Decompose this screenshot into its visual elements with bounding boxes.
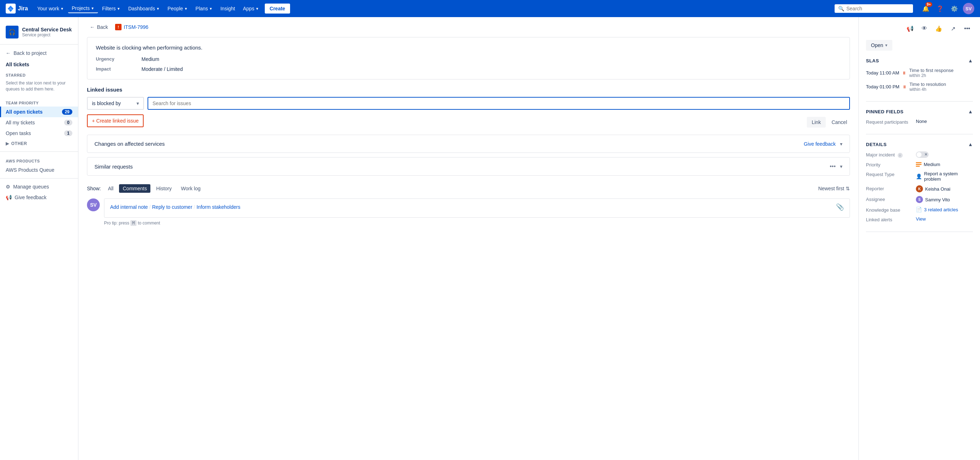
nav-people[interactable]: People▼ xyxy=(164,4,191,13)
give-feedback-sidebar-link[interactable]: 📢 Give feedback xyxy=(0,192,78,203)
nav-menu: Your work▼ Projects▼ Filters▼ Dashboards… xyxy=(33,3,290,14)
linked-alerts-view-link[interactable]: View xyxy=(916,216,926,221)
nav-filters[interactable]: Filters▼ xyxy=(99,4,124,13)
linked-issues-controls: is blocked by ▾ xyxy=(87,97,850,110)
user-avatar[interactable]: SV xyxy=(963,3,974,14)
filter-worklog[interactable]: Work log xyxy=(177,184,204,193)
slas-collapse-icon[interactable]: ▲ xyxy=(968,58,973,64)
sidebar-item-aws-queue[interactable]: AWS Products Queue xyxy=(0,165,78,175)
main-content: ← Back ! ITSM-7996 Website is clocking w… xyxy=(78,17,980,460)
create-linked-issue-button[interactable]: + Create linked issue xyxy=(87,115,144,127)
app-layout: 🎧 Central Service Desk Service project ←… xyxy=(0,17,980,460)
link-button[interactable]: Link xyxy=(807,117,826,127)
knowledge-base-field: Knowledge base 📄 3 related articles xyxy=(866,207,973,213)
comment-tip: Pro tip: press M to comment xyxy=(104,221,850,226)
help-button[interactable]: ❓ xyxy=(934,3,946,14)
pinned-fields-title: Pinned fields xyxy=(866,109,904,115)
similar-requests-section: Similar requests ••• ▾ xyxy=(87,157,850,176)
paperclip-button[interactable]: 📎 xyxy=(836,203,844,211)
major-incident-toggle[interactable]: ✕ xyxy=(916,151,929,158)
slas-section: SLAs ▲ Today 11:00 AM ⏸ Time to first re… xyxy=(866,58,973,102)
filter-comments[interactable]: Comments xyxy=(119,184,150,193)
sidebar-item-all-open[interactable]: All open tickets 29 xyxy=(0,107,78,117)
issue-key-link[interactable]: ! ITSM-7996 xyxy=(115,24,148,30)
issue-detail-card: Website is clocking when performing acti… xyxy=(87,37,850,80)
linked-alerts-field: Linked alerts View xyxy=(866,216,973,222)
notifications-button[interactable]: 🔔 9+ xyxy=(920,3,932,14)
sort-icon: ⇅ xyxy=(846,186,850,191)
changes-title: Changes on affected services xyxy=(94,141,165,147)
similar-title: Similar requests xyxy=(94,164,133,170)
priority-icon xyxy=(916,161,921,167)
open-tasks-count: 1 xyxy=(64,131,72,136)
thumbs-up-button[interactable]: 👍 xyxy=(933,23,944,34)
create-button[interactable]: Create xyxy=(265,3,290,14)
back-button[interactable]: ← Back xyxy=(87,23,111,31)
status-button[interactable]: Open ▾ xyxy=(866,40,892,51)
activity-sort-button[interactable]: Newest first ⇅ xyxy=(818,186,850,191)
changes-feedback-link[interactable]: Give feedback xyxy=(804,141,836,147)
reply-to-customer-link[interactable]: Reply to customer xyxy=(152,204,192,210)
add-internal-note-link[interactable]: Add internal note xyxy=(110,204,148,210)
nav-insight[interactable]: Insight xyxy=(217,4,239,13)
search-input[interactable] xyxy=(846,6,910,11)
notification-badge: 9+ xyxy=(926,2,932,7)
filter-history[interactable]: History xyxy=(153,184,175,193)
settings-button[interactable]: ⚙️ xyxy=(949,3,960,14)
cancel-button[interactable]: Cancel xyxy=(829,117,850,127)
nav-projects[interactable]: Projects▼ xyxy=(68,4,98,13)
panel-toolbar: 📢 👁 👍 ↗ ••• xyxy=(866,23,973,34)
nav-your-work[interactable]: Your work▼ xyxy=(33,4,67,13)
details-section: Details ▲ Major incident i ✕ xyxy=(866,142,973,232)
link-type-dropdown[interactable]: is blocked by ▾ xyxy=(87,97,144,110)
sidebar-item-open-tasks[interactable]: Open tasks 1 xyxy=(0,128,78,138)
sidebar-item-my-tickets[interactable]: All my tickets 0 xyxy=(0,117,78,128)
app-logo[interactable]: Jira xyxy=(6,3,28,14)
linked-issues-section: Linked issues is blocked by ▾ + Create l… xyxy=(87,87,850,127)
request-type-field: Request Type 👤 Report a system problem xyxy=(866,171,973,182)
search-issues-input[interactable] xyxy=(148,97,850,110)
shortcut-key: M xyxy=(130,220,137,226)
back-to-project-link[interactable]: ← Back to project xyxy=(0,48,78,59)
kb-link[interactable]: 3 related articles xyxy=(924,207,958,212)
link-type-label: is blocked by xyxy=(92,100,121,106)
pinned-collapse-icon[interactable]: ▲ xyxy=(968,109,973,115)
similar-dots-menu[interactable]: ••• xyxy=(830,163,836,170)
back-icon: ← xyxy=(90,24,95,30)
urgency-field: Urgency Medium xyxy=(96,56,841,62)
nav-plans[interactable]: Plans▼ xyxy=(192,4,216,13)
search-bar[interactable]: 🔍 xyxy=(835,4,913,13)
aws-products-label: AWS PRODUCTS xyxy=(0,154,78,165)
similar-header[interactable]: Similar requests ••• ▾ xyxy=(87,158,850,175)
comment-type-actions: Add internal note / Reply to customer / … xyxy=(110,203,844,211)
comment-editor[interactable]: Add internal note / Reply to customer / … xyxy=(104,199,850,218)
reporter-avatar: K xyxy=(916,185,923,193)
filter-all[interactable]: All xyxy=(104,184,117,193)
activity-filter-bar: Show: All Comments History Work log xyxy=(87,184,204,193)
nav-dashboards[interactable]: Dashboards▼ xyxy=(125,4,163,13)
dropdown-arrow-icon: ▾ xyxy=(137,100,139,106)
notify-button[interactable]: 📢 xyxy=(904,23,916,34)
jira-logo-icon xyxy=(6,3,16,14)
sidebar-divider xyxy=(0,151,78,152)
slas-title: SLAs xyxy=(866,58,879,64)
issue-fields: Urgency Medium Impact Moderate / Limited xyxy=(96,56,841,72)
activity-header: Show: All Comments History Work log Newe… xyxy=(87,184,850,193)
issue-description: Website is clocking when performing acti… xyxy=(96,45,841,51)
more-options-button[interactable]: ••• xyxy=(961,23,973,34)
major-incident-info-icon: i xyxy=(898,153,903,158)
watch-button[interactable]: 👁 xyxy=(919,23,930,34)
share-button[interactable]: ↗ xyxy=(947,23,959,34)
manage-queues-link[interactable]: ⚙ Manage queues xyxy=(0,181,78,192)
other-section[interactable]: ▶ OTHER xyxy=(0,138,78,149)
changes-header[interactable]: Changes on affected services Give feedba… xyxy=(87,135,850,153)
status-chevron-icon: ▾ xyxy=(885,43,887,48)
linked-issues-title: Linked issues xyxy=(87,87,850,92)
inform-stakeholders-link[interactable]: Inform stakeholders xyxy=(196,204,240,210)
nav-apps[interactable]: Apps▼ xyxy=(239,4,262,13)
details-collapse-icon[interactable]: ▲ xyxy=(968,142,973,147)
pinned-fields-section: Pinned fields ▲ Request participants Non… xyxy=(866,109,973,134)
all-open-count: 29 xyxy=(62,109,72,115)
impact-field: Impact Moderate / Limited xyxy=(96,66,841,72)
kb-icon: 📄 xyxy=(916,207,922,212)
